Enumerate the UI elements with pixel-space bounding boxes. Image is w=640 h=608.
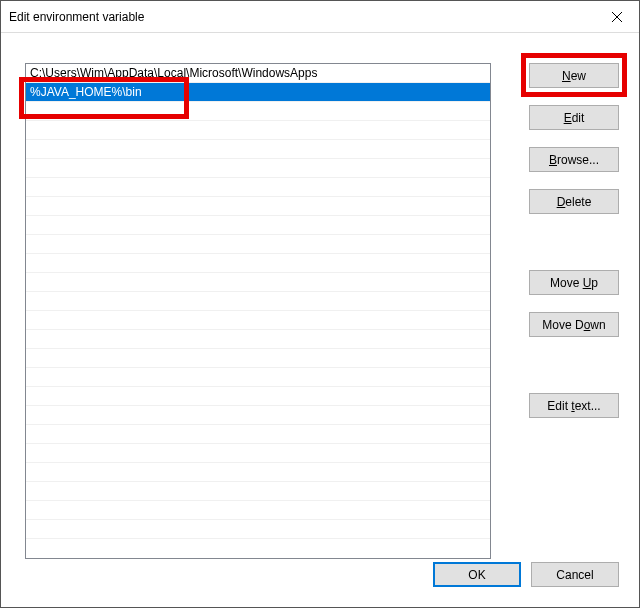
- list-empty-row: [26, 273, 490, 292]
- window-title: Edit environment variable: [9, 10, 144, 24]
- list-empty-row: [26, 368, 490, 387]
- titlebar: Edit environment variable: [1, 1, 639, 33]
- list-empty-row: [26, 444, 490, 463]
- dialog-window: Edit environment variable C:\Users\Wim\A…: [0, 0, 640, 608]
- list-empty-row: [26, 330, 490, 349]
- list-item[interactable]: C:\Users\Wim\AppData\Local\Microsoft\Win…: [26, 64, 490, 83]
- list-empty-row: [26, 406, 490, 425]
- list-empty-row: [26, 178, 490, 197]
- close-icon: [612, 12, 622, 22]
- list-empty-row: [26, 102, 490, 121]
- dialog-content: C:\Users\Wim\AppData\Local\Microsoft\Win…: [1, 33, 639, 607]
- cancel-button[interactable]: Cancel: [531, 562, 619, 587]
- move-up-button[interactable]: Move Up: [529, 270, 619, 295]
- list-item[interactable]: %JAVA_HOME%\bin: [26, 83, 490, 102]
- list-empty-row: [26, 311, 490, 330]
- path-list[interactable]: C:\Users\Wim\AppData\Local\Microsoft\Win…: [25, 63, 491, 559]
- close-button[interactable]: [594, 2, 639, 32]
- list-empty-row: [26, 140, 490, 159]
- list-empty-row: [26, 482, 490, 501]
- ok-button[interactable]: OK: [433, 562, 521, 587]
- list-empty-row: [26, 197, 490, 216]
- list-empty-row: [26, 349, 490, 368]
- list-empty-row: [26, 520, 490, 539]
- list-empty-row: [26, 121, 490, 140]
- edit-button[interactable]: Edit: [529, 105, 619, 130]
- list-empty-row: [26, 235, 490, 254]
- new-button[interactable]: New: [529, 63, 619, 88]
- list-empty-row: [26, 501, 490, 520]
- browse-button[interactable]: Browse...: [529, 147, 619, 172]
- move-down-button[interactable]: Move Down: [529, 312, 619, 337]
- delete-button[interactable]: Delete: [529, 189, 619, 214]
- list-empty-row: [26, 425, 490, 444]
- list-empty-row: [26, 216, 490, 235]
- list-empty-row: [26, 463, 490, 482]
- bottom-buttons: OK Cancel: [433, 562, 619, 587]
- list-empty-row: [26, 254, 490, 273]
- list-empty-row: [26, 159, 490, 178]
- edit-text-button[interactable]: Edit text...: [529, 393, 619, 418]
- list-empty-row: [26, 387, 490, 406]
- button-column: New Edit Browse... Delete Move Up Move D…: [529, 63, 619, 418]
- list-empty-row: [26, 292, 490, 311]
